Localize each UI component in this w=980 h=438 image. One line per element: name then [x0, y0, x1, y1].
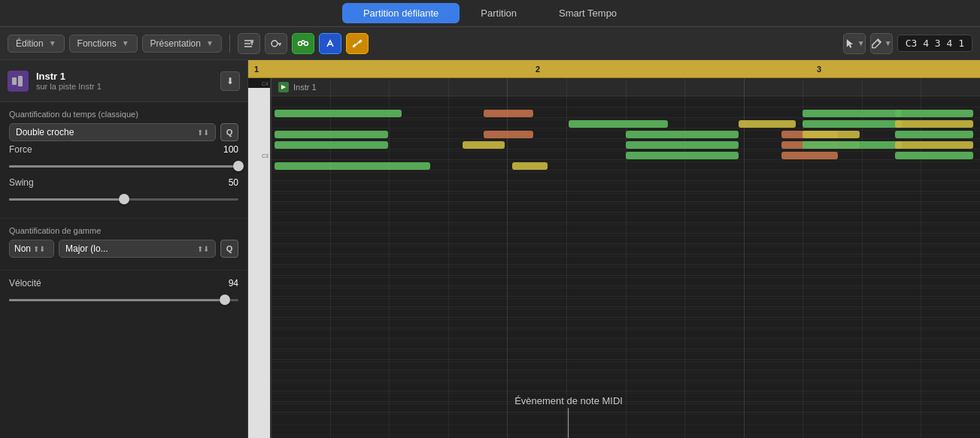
non-select[interactable]: Non ⬆⬇	[9, 240, 54, 258]
note-type-chevron: ⬆⬇	[197, 128, 209, 137]
toolbar: Édition ▼ Fonctions ▼ Présentation ▼	[0, 27, 980, 60]
midi-note[interactable]	[626, 152, 739, 159]
velocite-thumb[interactable]	[220, 295, 230, 305]
midi-note[interactable]	[803, 120, 902, 128]
edition-menu[interactable]: Édition ▼	[8, 35, 65, 53]
midi-note[interactable]	[803, 110, 902, 117]
velocite-label: Vélocité	[9, 278, 47, 288]
velocite-section: Vélocité 94	[0, 270, 247, 319]
swing-slider[interactable]	[9, 194, 238, 204]
midi-note[interactable]	[275, 141, 388, 149]
midi-note[interactable]	[895, 141, 973, 149]
piano-gradient	[248, 78, 270, 438]
track-icon	[8, 71, 29, 92]
midi-note[interactable]	[895, 131, 973, 138]
midi-note[interactable]	[803, 131, 859, 138]
ruler-mark-3: 3	[817, 65, 821, 74]
midi-note[interactable]	[275, 131, 388, 138]
midi-note[interactable]	[781, 152, 838, 159]
ruler-mark-2: 2	[536, 65, 540, 74]
grid-area[interactable]: ▶ Instr 1 Évènement de note MIDI	[271, 78, 980, 438]
velocite-slider-row	[9, 295, 238, 305]
midi-note[interactable]	[803, 141, 902, 149]
gamme-label: Quantification de gamme	[9, 226, 238, 235]
cursor-tool-btn[interactable]: ▼	[843, 33, 866, 54]
velocite-track	[9, 299, 238, 301]
track-info: Instr 1 sur la piste Instr 1	[36, 71, 213, 91]
swing-value: 50	[216, 177, 238, 188]
swing-fill	[9, 198, 124, 201]
midi-icon-btn[interactable]	[292, 33, 314, 54]
force-slider-row	[9, 161, 238, 171]
tab-bar: Partition défilante Partition Smart Temp…	[0, 0, 980, 27]
position-display: C3 4 3 4 1	[897, 35, 972, 52]
fonctions-menu[interactable]: Fonctions ▼	[69, 35, 138, 53]
midi-note[interactable]	[484, 131, 533, 138]
quantification-label: Quantification du temps (classique)	[9, 110, 238, 119]
svg-rect-14	[12, 77, 17, 85]
midi-note[interactable]	[275, 110, 402, 117]
annotation-line	[569, 408, 569, 438]
midi-note[interactable]	[626, 131, 739, 138]
swing-label: Swing	[9, 177, 47, 188]
force-fill	[9, 165, 238, 168]
gamme-section: Quantification de gamme Non ⬆⬇ Major (lo…	[0, 219, 247, 270]
tab-partition[interactable]: Partition	[460, 3, 538, 23]
midi-note[interactable]	[895, 110, 973, 117]
gamme-row: Non ⬆⬇ Major (lo... ⬆⬇ Q	[9, 240, 238, 258]
annotation-text: Évènement de note MIDI	[514, 395, 623, 406]
force-track	[9, 165, 238, 168]
gamme-q-button[interactable]: Q	[220, 240, 238, 258]
pencil-tool-btn[interactable]: ▼	[870, 33, 893, 54]
svg-point-5	[272, 41, 278, 47]
midi-note[interactable]	[895, 152, 973, 159]
main-layout: Instr 1 sur la piste Instr 1 ⬇ Quantific…	[0, 60, 980, 438]
midi-note[interactable]	[275, 162, 430, 170]
midi-note[interactable]	[463, 141, 505, 149]
midi-note[interactable]	[569, 120, 668, 128]
pencil-chevron: ▼	[884, 39, 892, 47]
align-icon-btn[interactable]	[238, 33, 260, 54]
velocite-row: Vélocité 94	[9, 278, 238, 288]
note-type-select[interactable]: Double croche ⬆⬇	[9, 123, 216, 141]
track-name: Instr 1	[36, 71, 213, 82]
swing-slider-row	[9, 194, 238, 204]
track-label-row: ▶ Instr 1	[271, 78, 980, 96]
annotation-container: Évènement de note MIDI	[514, 395, 623, 438]
velocite-value: 94	[216, 278, 238, 288]
q-button[interactable]: Q	[220, 123, 238, 141]
svg-rect-15	[18, 76, 23, 86]
force-value: 100	[216, 144, 238, 155]
major-select[interactable]: Major (lo... ⬆⬇	[59, 240, 216, 258]
ruler: 1 2 3	[248, 60, 980, 78]
piano-keyboard: C4 C3	[248, 78, 271, 438]
velocite-slider[interactable]	[9, 295, 238, 305]
major-chevron: ⬆⬇	[197, 245, 209, 253]
swing-thumb[interactable]	[119, 194, 129, 204]
presentation-menu[interactable]: Présentation ▼	[142, 35, 222, 53]
key-icon-btn[interactable]	[265, 33, 287, 54]
non-chevron: ⬆⬇	[33, 245, 45, 253]
midi-note[interactable]	[895, 120, 973, 128]
tab-partition-defilante[interactable]: Partition défilante	[342, 3, 460, 23]
track-label-text: Instr 1	[293, 83, 317, 92]
svg-point-9	[304, 41, 308, 45]
left-panel: Instr 1 sur la piste Instr 1 ⬇ Quantific…	[0, 60, 248, 438]
tab-smart-tempo[interactable]: Smart Tempo	[538, 3, 638, 23]
force-slider[interactable]	[9, 161, 238, 171]
link-icon-btn[interactable]	[346, 33, 369, 54]
force-thumb[interactable]	[233, 161, 244, 171]
track-download-btn[interactable]: ⬇	[220, 71, 240, 91]
piano-roll-area: 1 2 3 C4 C3 ▶ Instr 1	[248, 60, 980, 438]
swing-row: Swing 50	[9, 177, 238, 188]
force-row: Force 100	[9, 144, 238, 155]
midi-note[interactable]	[739, 120, 795, 128]
ruler-mark-1: 1	[254, 65, 259, 74]
midi-note[interactable]	[484, 110, 533, 117]
force-label: Force	[9, 144, 47, 155]
midi-note[interactable]	[626, 141, 739, 149]
fonctions-chevron: ▼	[122, 39, 129, 47]
c3-label: C3	[262, 153, 269, 159]
quantize-icon-btn[interactable]	[319, 33, 341, 54]
midi-note[interactable]	[512, 162, 548, 170]
